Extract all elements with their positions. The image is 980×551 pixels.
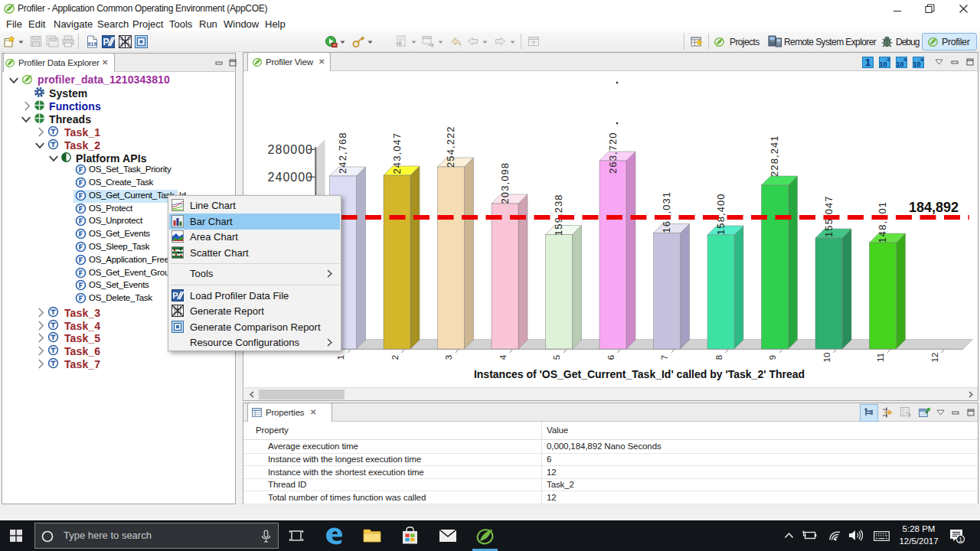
svg-text:1: 1 bbox=[336, 355, 345, 360]
svg-text:162,031: 162,031 bbox=[661, 191, 672, 233]
svg-text:263,720: 263,720 bbox=[607, 132, 619, 174]
svg-text:4: 4 bbox=[498, 354, 508, 360]
svg-text:7: 7 bbox=[660, 355, 669, 360]
svg-text:243,047: 243,047 bbox=[391, 132, 403, 174]
svg-text:2: 2 bbox=[390, 355, 400, 360]
svg-text:228,241: 228,241 bbox=[769, 135, 780, 177]
svg-text:254,222: 254,222 bbox=[445, 126, 456, 168]
svg-text:8: 8 bbox=[714, 355, 724, 360]
svg-text:184,892: 184,892 bbox=[909, 200, 959, 215]
svg-text:6: 6 bbox=[606, 355, 616, 360]
svg-text:242,768: 242,768 bbox=[337, 132, 348, 174]
svg-text:159,238: 159,238 bbox=[553, 194, 564, 236]
svg-text:11: 11 bbox=[876, 353, 885, 362]
svg-text:9: 9 bbox=[768, 355, 777, 360]
svg-text:158,400: 158,400 bbox=[715, 193, 727, 235]
svg-text:Instances of 'OS_Get_Current_T: Instances of 'OS_Get_Current_Task_Id' ca… bbox=[474, 368, 805, 380]
svg-text:10: 10 bbox=[822, 353, 831, 363]
svg-text:280000: 280000 bbox=[268, 143, 313, 156]
svg-text:1: 1 bbox=[959, 536, 962, 543]
svg-text:240000: 240000 bbox=[268, 171, 313, 184]
svg-text:12: 12 bbox=[930, 353, 939, 363]
svg-text:203,098: 203,098 bbox=[499, 162, 511, 204]
svg-text:3: 3 bbox=[444, 355, 453, 360]
svg-text:5: 5 bbox=[552, 355, 561, 360]
svg-text:148,901: 148,901 bbox=[877, 201, 888, 243]
